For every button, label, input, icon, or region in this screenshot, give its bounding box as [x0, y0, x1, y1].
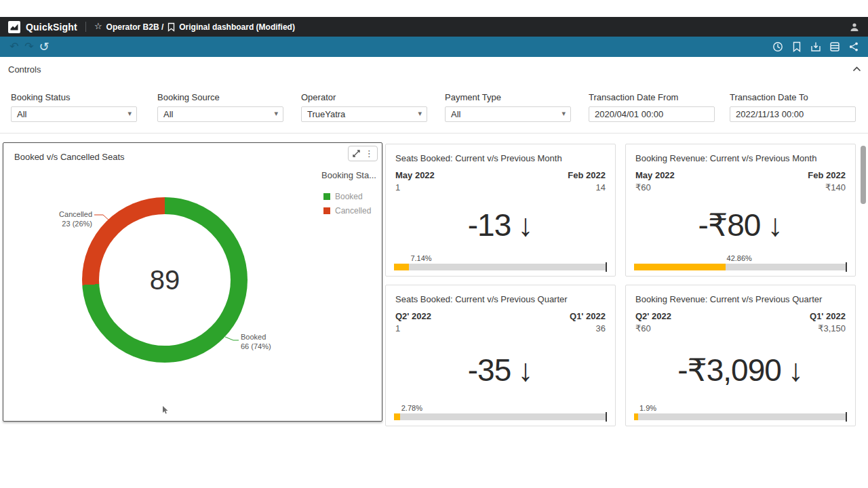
previous-period-label: Q1' 2022 — [810, 311, 846, 321]
donut-panel-title: Booked v/s Cancelled Seats — [14, 152, 125, 162]
app-bar: QuickSight ☆ Operator B2B / Original das… — [0, 17, 868, 37]
current-period-label: May 2022 — [635, 170, 675, 180]
legend-item-cancelled[interactable]: Cancelled — [323, 206, 371, 216]
cancelled-slice-label: Cancelled 23 (26%) — [30, 210, 92, 229]
progress-target-tick — [846, 262, 847, 272]
previous-period-value: ₹3,150 — [810, 323, 846, 333]
previous-period-value: ₹140 — [808, 182, 846, 192]
booking-status-dropdown[interactable]: All▾ — [11, 106, 137, 122]
transaction-date-from-input[interactable] — [589, 106, 715, 122]
breadcrumb-dashboard[interactable]: Original dashboard (Modified) — [179, 22, 295, 32]
filter-label-payment-type: Payment Type — [445, 92, 571, 102]
dashboard-toolbar: ↶ ↷ ↺ — [0, 37, 868, 57]
kpi-revenue-quarter-panel: Booking Revenue: Current v/s Previous Qu… — [625, 285, 856, 426]
kpi-title: Seats Booked: Current v/s Previous Month — [395, 153, 562, 163]
chevron-down-icon: ▾ — [418, 109, 422, 118]
quicksight-logo-icon[interactable] — [8, 21, 20, 33]
appbar-divider — [85, 22, 86, 32]
operator-dropdown[interactable]: TrueYatra▾ — [301, 106, 427, 122]
filter-label-date-from: Transaction Date From — [589, 92, 715, 102]
current-period-value: ₹60 — [635, 323, 671, 333]
booking-source-dropdown[interactable]: All▾ — [157, 106, 283, 122]
progress-track — [634, 413, 847, 420]
progress-percent-label: 1.9% — [639, 404, 656, 412]
transaction-date-to-input[interactable] — [730, 106, 856, 122]
filter-label-operator: Operator — [301, 92, 427, 102]
payment-type-dropdown[interactable]: All▾ — [445, 106, 571, 122]
bookmark-toolbar-icon[interactable] — [789, 39, 804, 54]
vertical-scrollbar-thumb[interactable] — [861, 146, 866, 204]
bookmark-icon — [167, 22, 175, 32]
kebab-menu-icon[interactable]: ⋮ — [365, 149, 374, 158]
progress-target-tick — [606, 412, 607, 422]
chevron-down-icon: ▾ — [561, 109, 566, 118]
progress-percent-label: 42.86% — [727, 254, 752, 262]
kpi-title: Booking Revenue: Current v/s Previous Mo… — [635, 153, 816, 163]
controls-section: Controls Booking Status All▾ Booking Sou… — [0, 57, 868, 134]
current-period-value: 1 — [395, 323, 431, 333]
progress-fill — [634, 264, 726, 270]
chevron-down-icon: ▾ — [274, 109, 278, 118]
visual-menu: ⋮ — [348, 146, 378, 161]
filter-label-booking-status: Booking Status — [11, 92, 137, 102]
expand-icon[interactable] — [352, 149, 361, 158]
breadcrumb: ☆ Operator B2B / Original dashboard (Mod… — [94, 22, 295, 32]
filter-label-booking-source: Booking Source — [157, 92, 283, 102]
kpi-progress: 1.9% — [634, 399, 847, 420]
filter-label-date-to: Transaction Date To — [730, 92, 856, 102]
kpi-progress: 7.14% — [394, 249, 607, 270]
undo-button[interactable]: ↶ — [7, 39, 22, 54]
kpi-delta: -35↓ — [386, 352, 615, 388]
current-period-value: 1 — [395, 182, 435, 192]
kpi-revenue-month-panel: Booking Revenue: Current v/s Previous Mo… — [625, 144, 856, 277]
collapse-controls-button[interactable] — [850, 63, 863, 75]
legend-item-booked[interactable]: Booked — [323, 192, 363, 201]
user-icon[interactable] — [849, 22, 860, 33]
share-icon[interactable] — [846, 39, 861, 54]
breadcrumb-group[interactable]: Operator B2B / — [106, 22, 164, 32]
drill-cursor-icon — [161, 405, 170, 415]
booked-slice-label: Booked 66 (74%) — [241, 333, 271, 352]
datasets-icon[interactable] — [827, 39, 842, 54]
redo-button[interactable]: ↷ — [22, 39, 37, 54]
kpi-progress: 42.86% — [634, 249, 847, 270]
previous-period-value: 36 — [570, 323, 606, 333]
donut-chart: 89 — [82, 197, 248, 363]
progress-fill — [394, 413, 400, 420]
progress-target-tick — [606, 262, 607, 272]
progress-fill — [394, 264, 409, 270]
current-period-label: May 2022 — [395, 170, 435, 180]
kpi-title: Booking Revenue: Current v/s Previous Qu… — [635, 294, 822, 304]
down-arrow-icon: ↓ — [517, 207, 533, 243]
kpi-progress: 2.78% — [394, 399, 607, 420]
progress-percent-label: 7.14% — [410, 254, 431, 262]
previous-period-label: Feb 2022 — [808, 170, 846, 180]
current-period-value: ₹60 — [635, 182, 675, 192]
booked-swatch — [323, 193, 330, 200]
brand-name[interactable]: QuickSight — [26, 22, 77, 33]
previous-period-value: 14 — [568, 182, 606, 192]
kpi-delta: -₹3,090↓ — [626, 352, 855, 388]
progress-track — [394, 413, 607, 420]
scheduler-icon[interactable] — [770, 39, 785, 54]
kpi-seats-quarter-panel: Seats Booked: Current v/s Previous Quart… — [385, 285, 616, 426]
previous-period-label: Feb 2022 — [568, 170, 606, 180]
kpi-delta: -13↓ — [386, 207, 615, 243]
cancelled-swatch — [323, 207, 330, 214]
down-arrow-icon: ↓ — [788, 352, 804, 388]
current-period-label: Q2' 2022 — [635, 311, 671, 321]
down-arrow-icon: ↓ — [767, 207, 783, 243]
chevron-down-icon: ▾ — [127, 109, 132, 118]
progress-fill — [634, 413, 638, 420]
kpi-title: Seats Booked: Current v/s Previous Quart… — [395, 294, 568, 304]
down-arrow-icon: ↓ — [517, 352, 533, 388]
progress-track — [634, 264, 847, 270]
reset-button[interactable]: ↺ — [37, 39, 52, 54]
controls-title: Controls — [8, 64, 41, 75]
donut-total: 89 — [150, 265, 180, 296]
export-icon[interactable] — [808, 39, 823, 54]
star-icon[interactable]: ☆ — [94, 22, 102, 30]
current-period-label: Q2' 2022 — [395, 311, 431, 321]
legend-title: Booking Sta... — [321, 170, 376, 180]
progress-target-tick — [846, 412, 847, 422]
